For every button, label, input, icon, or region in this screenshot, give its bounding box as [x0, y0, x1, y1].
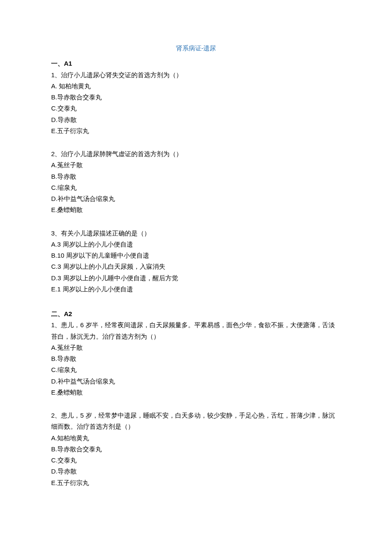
question-number: 1、	[51, 321, 61, 328]
option-c: C.缩泉丸	[51, 364, 341, 375]
question-text: 治疗小儿遗尿心肾失交证的首选方剂为（）	[61, 71, 182, 78]
question-block: 2、治疗小儿遗尿肺脾气虚证的首选方剂为（） A.菟丝子散 B.导赤散 C.缩泉丸…	[51, 148, 341, 216]
option-b: B.导赤散	[51, 353, 341, 364]
question-block: 2、患儿，5 岁，经常梦中遗尿，睡眠不安，白天多动，较少安静，手足心热，舌红，苔…	[51, 410, 341, 488]
option-b: B.10 周岁以下的儿童睡中小便自遗	[51, 250, 341, 261]
option-d: D.导赤散	[51, 466, 341, 477]
option-d: D.补中益气汤合缩泉丸	[51, 376, 341, 387]
question-stem: 1、患儿，6 岁半，经常夜间遗尿，白天尿频量多。平素易感，面色少华，食欲不振，大…	[51, 320, 341, 342]
document-title: 肾系病证-遗尿	[51, 43, 341, 54]
option-b: B.导赤散合交泰丸	[51, 92, 341, 103]
option-c: C.3 周岁以上的小儿白天尿频，入寐消失	[51, 261, 341, 272]
question-number: 2、	[51, 412, 61, 419]
option-a: A. 知柏地黄丸	[51, 81, 341, 92]
option-a: A.菟丝子散	[51, 160, 341, 171]
option-a: A.知柏地黄丸	[51, 433, 341, 444]
question-stem: 2、治疗小儿遗尿肺脾气虚证的首选方剂为（）	[51, 148, 341, 160]
option-d: D.补中益气汤合缩泉丸	[51, 193, 341, 204]
option-b: B.导赤散	[51, 171, 341, 182]
option-e: E.五子衍宗丸	[51, 477, 341, 488]
question-number: 2、	[51, 150, 61, 157]
section-a2-header: 二、A2	[51, 308, 341, 320]
option-c: C.交泰丸	[51, 455, 341, 466]
question-block: 1、治疗小儿遗尿心肾失交证的首选方剂为（） A. 知柏地黄丸 B.导赤散合交泰丸…	[51, 70, 341, 137]
question-stem: 2、患儿，5 岁，经常梦中遗尿，睡眠不安，白天多动，较少安静，手足心热，舌红，苔…	[51, 410, 341, 433]
option-e: E.五子衍宗丸	[51, 125, 341, 137]
question-text: 有关小儿遗尿描述正确的是（）	[61, 230, 150, 237]
option-c: C.交泰丸	[51, 103, 341, 114]
option-d: D.导赤散	[51, 114, 341, 125]
question-text: 患儿，5 岁，经常梦中遗尿，睡眠不安，白天多动，较少安静，手足心热，舌红，苔薄少…	[51, 412, 335, 430]
option-e: E.桑螵蛸散	[51, 204, 341, 215]
page: 肾系病证-遗尿 一、A1 1、治疗小儿遗尿心肾失交证的首选方剂为（） A. 知柏…	[0, 0, 392, 555]
option-d: D.3 周岁以上的小儿睡中小便自遗，醒后方觉	[51, 273, 341, 284]
option-a: A.菟丝子散	[51, 342, 341, 353]
option-c: C.缩泉丸	[51, 182, 341, 193]
question-text: 患儿，6 岁半，经常夜间遗尿，白天尿频量多。平素易感，面色少华，食欲不振，大便溏…	[51, 321, 335, 340]
question-text: 治疗小儿遗尿肺脾气虚证的首选方剂为（）	[61, 150, 182, 157]
option-e: E.1 周岁以上的小儿小便自遗	[51, 284, 341, 295]
question-number: 3、	[51, 230, 61, 237]
option-a: A.3 周岁以上的小儿小便自遗	[51, 239, 341, 250]
section-a1-header: 一、A1	[51, 58, 341, 69]
question-stem: 1、治疗小儿遗尿心肾失交证的首选方剂为（）	[51, 70, 341, 81]
question-block: 3、有关小儿遗尿描述正确的是（） A.3 周岁以上的小儿小便自遗 B.10 周岁…	[51, 228, 341, 295]
option-e: E.桑螵蛸散	[51, 387, 341, 398]
question-block: 1、患儿，6 岁半，经常夜间遗尿，白天尿频量多。平素易感，面色少华，食欲不振，大…	[51, 320, 341, 398]
question-stem: 3、有关小儿遗尿描述正确的是（）	[51, 228, 341, 239]
question-number: 1、	[51, 71, 61, 78]
option-b: B.导赤散合交泰丸	[51, 444, 341, 455]
